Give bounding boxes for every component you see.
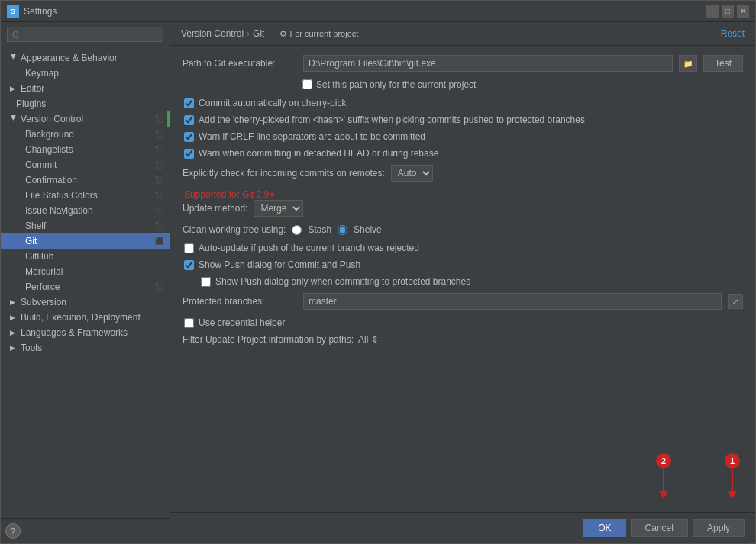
sidebar-label-commit: Commit bbox=[25, 159, 152, 170]
credential-checkbox[interactable] bbox=[184, 318, 194, 328]
breadcrumb: Version Control › Git bbox=[181, 28, 264, 39]
copy-icon-bg: ⬛ bbox=[155, 130, 163, 138]
sidebar-label-shelf: Shelf bbox=[25, 220, 152, 231]
expand-arrow-editor: ▶ bbox=[10, 85, 18, 92]
sidebar-item-background[interactable]: Background ⬛ bbox=[1, 127, 170, 142]
sidebar-label-subversion: Subversion bbox=[21, 297, 163, 307]
sidebar-item-version-control[interactable]: ▶ Version Control ⬛ bbox=[1, 111, 170, 127]
cherry-suffix-label: Add the 'cherry-picked from <hash>' suff… bbox=[199, 114, 585, 125]
browse-button[interactable]: 📁 bbox=[679, 55, 697, 72]
maximize-button[interactable]: □ bbox=[722, 5, 734, 18]
protected-branches-row: Protected branches: ⤢ bbox=[183, 293, 743, 310]
help-button[interactable]: ? bbox=[5, 523, 21, 539]
sidebar-label-confirmation: Confirmation bbox=[25, 175, 152, 185]
incoming-label: Explicitly check for incoming commits on… bbox=[183, 168, 385, 179]
copy-icon-shelf: ⬛ bbox=[155, 222, 163, 230]
cancel-button[interactable]: Cancel bbox=[631, 519, 688, 537]
close-button[interactable]: ✕ bbox=[737, 5, 749, 18]
sidebar-label-keymap: Keymap bbox=[25, 68, 163, 79]
expand-arrow-lang: ▶ bbox=[10, 329, 18, 336]
sidebar-item-plugins[interactable]: Plugins bbox=[1, 96, 170, 111]
panel-body: Path to Git executable: 📁 Test Set this … bbox=[170, 46, 755, 512]
git-path-input[interactable] bbox=[303, 55, 673, 72]
sidebar-item-issue-nav[interactable]: Issue Navigation ⬛ bbox=[1, 203, 170, 218]
sidebar-item-github[interactable]: GitHub bbox=[1, 249, 170, 264]
right-panel: Version Control › Git ⚙ For current proj… bbox=[170, 22, 755, 543]
cherry-pick-checkbox[interactable] bbox=[184, 98, 194, 108]
title-bar: S Settings ─ □ ✕ bbox=[1, 1, 755, 22]
sidebar-item-appearance[interactable]: ▶ Appearance & Behavior bbox=[1, 50, 170, 66]
expand-arrow-build: ▶ bbox=[10, 314, 18, 321]
sidebar-label-file-status: File Status Colors bbox=[25, 190, 152, 201]
copy-icon-vc: ⬛ bbox=[155, 115, 163, 123]
supported-note: Supported for Git 2.9+ bbox=[184, 189, 274, 200]
for-project-label: ⚙ For current project bbox=[279, 29, 358, 39]
protected-branches-input[interactable] bbox=[303, 293, 722, 310]
sidebar-item-languages[interactable]: ▶ Languages & Frameworks bbox=[1, 325, 170, 340]
panel-header: Version Control › Git ⚙ For current proj… bbox=[170, 22, 755, 46]
footer-container: 1 2 OK Cancel Apply bbox=[170, 512, 755, 543]
ok-button[interactable]: OK bbox=[583, 519, 625, 537]
show-push-checkbox[interactable] bbox=[184, 260, 194, 270]
sidebar-label-version-control: Version Control bbox=[21, 114, 152, 124]
crlf-checkbox[interactable] bbox=[184, 132, 194, 142]
sidebar-item-shelf[interactable]: Shelf ⬛ bbox=[1, 218, 170, 233]
cherry-suffix-checkbox[interactable] bbox=[184, 115, 194, 125]
copy-icon-git: ⬛ bbox=[155, 237, 163, 245]
sidebar-label-git: Git bbox=[25, 236, 152, 246]
update-method-select[interactable]: Merge bbox=[254, 200, 303, 217]
sidebar-item-subversion[interactable]: ▶ Subversion bbox=[1, 295, 170, 310]
sidebar-item-file-status[interactable]: File Status Colors ⬛ bbox=[1, 188, 170, 203]
breadcrumb-sep: › bbox=[247, 28, 250, 39]
stash-radio[interactable] bbox=[292, 225, 302, 235]
sidebar-label-build: Build, Execution, Deployment bbox=[21, 312, 163, 323]
shelve-radio[interactable] bbox=[338, 225, 347, 235]
show-push-protected-label: Show Push dialog only when committing to… bbox=[215, 276, 470, 287]
sidebar-item-perforce[interactable]: Perforce ⬛ bbox=[1, 279, 170, 295]
sidebar-item-keymap[interactable]: Keymap bbox=[1, 66, 170, 81]
sidebar-item-commit[interactable]: Commit ⬛ bbox=[1, 157, 170, 172]
reset-button[interactable]: Reset bbox=[721, 28, 745, 39]
detached-label: Warn when committing in detached HEAD or… bbox=[199, 148, 438, 159]
auto-update-checkbox[interactable] bbox=[184, 243, 194, 253]
settings-window: S Settings ─ □ ✕ ▶ Appearance & Behavior bbox=[0, 0, 756, 544]
sidebar-item-build[interactable]: ▶ Build, Execution, Deployment bbox=[1, 310, 170, 325]
clean-tree-label: Clean working tree using: bbox=[183, 224, 286, 235]
sidebar-item-git[interactable]: Git ⬛ bbox=[1, 233, 170, 249]
sidebar-item-editor[interactable]: ▶ Editor bbox=[1, 81, 170, 96]
sidebar-item-mercurial[interactable]: Mercurial bbox=[1, 264, 170, 279]
show-push-row: Show Push dialog for Commit and Push bbox=[183, 259, 743, 270]
expand-arrow-tools: ▶ bbox=[10, 344, 18, 352]
breadcrumb-current: Git bbox=[253, 28, 264, 39]
panel-footer: OK Cancel Apply bbox=[170, 512, 755, 543]
detached-checkbox[interactable] bbox=[184, 149, 194, 159]
incoming-select[interactable]: Auto bbox=[391, 165, 433, 182]
filter-value[interactable]: All ⇕ bbox=[358, 334, 379, 345]
sidebar-item-tools[interactable]: ▶ Tools bbox=[1, 340, 170, 356]
breadcrumb-root: Version Control bbox=[181, 28, 244, 39]
stash-label: Stash bbox=[308, 224, 331, 235]
sidebar-item-changelists[interactable]: Changelists ⬛ bbox=[1, 142, 170, 157]
copy-icon-in: ⬛ bbox=[155, 207, 163, 214]
sidebar-item-confirmation[interactable]: Confirmation ⬛ bbox=[1, 172, 170, 188]
sidebar-label-github: GitHub bbox=[25, 251, 163, 262]
sidebar-label-appearance: Appearance & Behavior bbox=[21, 53, 163, 63]
cherry-suffix-row: Add the 'cherry-picked from <hash>' suff… bbox=[183, 114, 743, 125]
update-method-label: Update method: bbox=[183, 203, 247, 214]
green-accent-vc bbox=[167, 111, 170, 127]
sidebar-label-background: Background bbox=[25, 129, 152, 140]
sidebar-label-changelists: Changelists bbox=[25, 144, 152, 155]
app-icon: S bbox=[7, 5, 19, 18]
expand-protected-button[interactable]: ⤢ bbox=[728, 294, 743, 309]
credential-row: Use credential helper bbox=[183, 317, 743, 328]
detached-row: Warn when committing in detached HEAD or… bbox=[183, 148, 743, 159]
cherry-pick-row: Commit automatically on cherry-pick bbox=[183, 98, 743, 108]
filter-label: Filter Update Project information by pat… bbox=[183, 334, 354, 345]
minimize-button[interactable]: ─ bbox=[706, 5, 719, 18]
apply-button[interactable]: Apply bbox=[693, 519, 745, 537]
test-button[interactable]: Test bbox=[703, 55, 743, 72]
search-input[interactable] bbox=[7, 27, 163, 42]
path-only-checkbox[interactable] bbox=[302, 79, 312, 89]
show-push-protected-checkbox[interactable] bbox=[201, 277, 211, 287]
path-only-label: Set this path only for the current proje… bbox=[316, 79, 476, 90]
